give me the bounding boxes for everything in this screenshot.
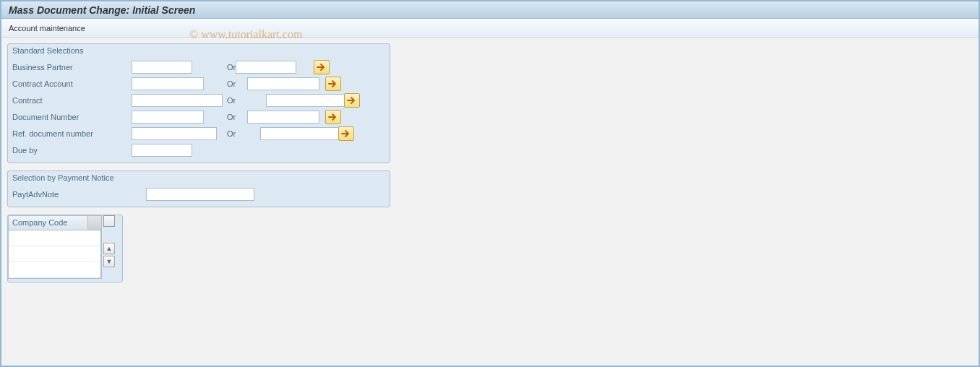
company-code-cell-input[interactable] bbox=[9, 230, 100, 246]
row-document-number: Document Number Or bbox=[12, 108, 385, 125]
row-contract-account: Contract Account Or bbox=[12, 75, 385, 92]
company-code-cell-input[interactable] bbox=[9, 262, 100, 277]
row-contract: Contract Or bbox=[12, 92, 385, 108]
input-due-by[interactable] bbox=[132, 144, 192, 157]
account-maintenance-link[interactable]: Account maintenance bbox=[9, 24, 85, 33]
triangle-up-icon: ▲ bbox=[106, 245, 113, 252]
label-document-number: Document Number bbox=[12, 113, 132, 121]
table-row bbox=[9, 262, 101, 278]
input-ref-document-number-from[interactable] bbox=[132, 127, 217, 140]
row-business-partner: Business Partner Or bbox=[12, 59, 385, 75]
company-code-config-button[interactable] bbox=[88, 216, 101, 230]
input-contract-account-to[interactable] bbox=[247, 77, 319, 90]
arrow-right-icon bbox=[347, 96, 357, 105]
group-standard-selections: Standard Selections Business Partner Or … bbox=[7, 43, 390, 163]
input-contract-from[interactable] bbox=[132, 94, 223, 107]
arrow-right-icon bbox=[328, 79, 338, 88]
group-standard-title: Standard Selections bbox=[8, 44, 390, 59]
input-ref-document-number-to[interactable] bbox=[260, 127, 345, 140]
or-label: Or bbox=[204, 79, 247, 88]
input-document-number-to[interactable] bbox=[247, 111, 319, 124]
or-label: Or bbox=[192, 63, 236, 72]
application-toolbar: Account maintenance bbox=[1, 19, 979, 38]
row-due-by: Due by bbox=[12, 142, 385, 158]
group-payment-title: Selection by Payment Notice bbox=[8, 171, 390, 186]
table-row bbox=[9, 230, 101, 246]
input-business-partner-from[interactable] bbox=[132, 61, 192, 74]
company-code-header: Company Code bbox=[9, 216, 101, 230]
input-contract-account-from[interactable] bbox=[132, 77, 204, 90]
group-payment-notice: Selection by Payment Notice PaytAdvNote bbox=[7, 170, 390, 207]
scroll-up-button[interactable]: ▲ bbox=[103, 243, 115, 254]
arrow-right-icon bbox=[341, 129, 351, 138]
page-title: Mass Document Change: Initial Screen bbox=[9, 4, 195, 16]
multi-select-button[interactable] bbox=[344, 93, 360, 108]
company-code-header-cell: Company Code bbox=[9, 216, 88, 230]
app-frame: Mass Document Change: Initial Screen Acc… bbox=[0, 0, 980, 367]
or-label: Or bbox=[223, 96, 266, 105]
multi-select-button[interactable] bbox=[314, 60, 330, 74]
table-row bbox=[9, 246, 101, 262]
row-ref-document-number: Ref. document number Or bbox=[12, 125, 385, 142]
select-all-checkbox[interactable] bbox=[103, 215, 115, 227]
group-payment-body: PaytAdvNote bbox=[8, 186, 390, 207]
label-contract-account: Contract Account bbox=[12, 79, 132, 88]
group-company-code: Company Code ▲ bbox=[7, 215, 123, 282]
arrow-right-icon bbox=[317, 63, 327, 72]
scroll-down-button[interactable]: ▼ bbox=[103, 256, 115, 267]
triangle-down-icon: ▼ bbox=[106, 258, 113, 265]
label-payt-adv-note: PaytAdvNote bbox=[12, 190, 146, 199]
input-document-number-from[interactable] bbox=[132, 111, 204, 124]
company-code-table-wrap: Company Code ▲ bbox=[8, 215, 122, 279]
content-area: Standard Selections Business Partner Or … bbox=[1, 38, 979, 295]
company-code-table: Company Code bbox=[8, 215, 102, 279]
arrow-right-icon bbox=[328, 113, 338, 121]
row-payt-adv-note: PaytAdvNote bbox=[12, 186, 385, 202]
or-label: Or bbox=[204, 113, 247, 121]
title-bar: Mass Document Change: Initial Screen bbox=[1, 1, 979, 19]
input-payt-adv-note[interactable] bbox=[146, 188, 254, 201]
company-code-cell-input[interactable] bbox=[9, 246, 100, 262]
multi-select-button[interactable] bbox=[325, 110, 341, 124]
label-due-by: Due by bbox=[12, 146, 132, 155]
multi-select-button[interactable] bbox=[338, 126, 354, 141]
label-business-partner: Business Partner bbox=[12, 63, 132, 72]
label-ref-document-number: Ref. document number bbox=[12, 129, 132, 138]
group-standard-body: Business Partner Or Contract Account Or bbox=[8, 59, 390, 163]
label-contract: Contract bbox=[12, 96, 132, 105]
input-business-partner-to[interactable] bbox=[236, 61, 296, 74]
company-code-side-controls: ▲ ▼ bbox=[103, 215, 116, 267]
multi-select-button[interactable] bbox=[325, 77, 341, 91]
or-label: Or bbox=[217, 129, 260, 138]
